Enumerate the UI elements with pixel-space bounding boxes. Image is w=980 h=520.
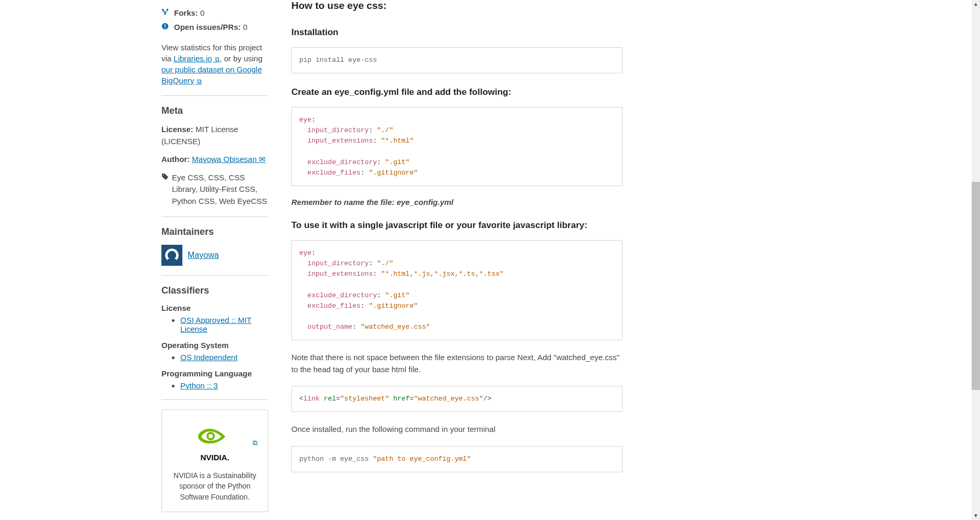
libraries-link[interactable]: Libraries.io ⧉ — [173, 54, 220, 63]
remember-note: Remember to name the file: eye_config.ym… — [291, 198, 623, 207]
forks-value: 0 — [200, 8, 204, 17]
meta-heading: Meta — [161, 105, 268, 116]
divider — [161, 275, 268, 276]
sponsor-box[interactable]: NVIDIA. ⧉ NVIDIA is a Sustainability spo… — [161, 409, 268, 512]
meta-author: Author: Mayowa Obisesan ✉ — [161, 154, 268, 166]
svg-rect-2 — [165, 27, 166, 28]
classifier-lang-link[interactable]: Python :: 3 — [180, 381, 218, 390]
classifiers-heading: Classifiers — [161, 285, 268, 296]
meta-tags: Eye CSS, CSS, CSS Library, Utility-First… — [161, 172, 268, 208]
scroll-up-icon[interactable]: ▲ — [972, 0, 980, 8]
maintainer-row[interactable]: Mayowa — [161, 245, 268, 266]
divider — [161, 399, 268, 400]
stat-forks[interactable]: Forks: 0 — [161, 8, 268, 17]
svg-point-4 — [168, 251, 176, 259]
divider — [161, 216, 268, 217]
external-icon: ⧉ — [195, 78, 202, 85]
classifier-os-link[interactable]: OS Independent — [180, 353, 237, 362]
bigquery-link[interactable]: our public dataset on Google BigQuery ⧉ — [161, 65, 262, 85]
classifier-license-link[interactable]: OSI Approved :: MIT License — [180, 316, 252, 333]
scrollbar-thumb[interactable] — [972, 182, 980, 390]
maintainers-heading: Maintainers — [161, 226, 268, 237]
stats-intro: View statistics for this project via Lib… — [161, 42, 268, 86]
code-python-cmd[interactable]: python -m eye_css "path to eye_config.ym… — [291, 446, 623, 472]
note-paragraph: Note that there is not space between the… — [291, 352, 623, 375]
once-installed: Once installed, run the following comman… — [291, 424, 623, 436]
classifier-license-label: License — [161, 304, 268, 312]
divider — [161, 95, 268, 96]
code-pip-install[interactable]: pip install eye-css — [291, 47, 623, 73]
mail-icon: ✉ — [259, 155, 266, 164]
code-yaml-2[interactable]: eye: input_directory: "./" input_extensi… — [291, 240, 623, 340]
author-link[interactable]: Mayowa Obisesan ✉ — [192, 155, 266, 164]
external-icon: ⧉ — [213, 56, 220, 63]
stat-issues[interactable]: Open issues/PRs: 0 — [161, 23, 268, 31]
create-config-heading: Create an eye_config.yml file and add th… — [291, 87, 623, 98]
fork-icon — [161, 8, 170, 17]
svg-point-6 — [208, 433, 214, 439]
list-item: OS Independent — [180, 353, 268, 362]
svg-rect-1 — [165, 25, 166, 27]
sponsor-text: NVIDIA is a Sustainability sponsor of th… — [171, 470, 258, 502]
sponsor-brand: NVIDIA. — [171, 453, 258, 462]
page-title: How to use eye css: — [291, 0, 623, 12]
issues-label: Open issues/PRs: — [174, 23, 241, 31]
forks-label: Forks: — [174, 8, 198, 17]
external-icon: ⧉ — [253, 439, 257, 447]
svg-rect-5 — [168, 259, 176, 262]
scrollbar[interactable]: ▲ ▼ — [972, 0, 980, 512]
list-item: Python :: 3 — [180, 381, 268, 390]
classifier-os-label: Operating System — [161, 341, 268, 350]
scroll-down-icon[interactable]: ▼ — [972, 512, 980, 512]
js-heading: To use it with a single javascript file … — [291, 220, 623, 231]
code-yaml-1[interactable]: eye: input_directory: "./" input_extensi… — [291, 107, 623, 186]
issues-value: 0 — [243, 23, 247, 31]
classifier-lang-label: Programming Language — [161, 369, 268, 378]
installation-heading: Installation — [291, 27, 623, 38]
sponsor-logo: NVIDIA. ⧉ — [171, 424, 258, 462]
meta-license: License: MIT License (LICENSE) — [161, 124, 268, 147]
code-link-tag[interactable]: <link rel="stylesheet" href="watched_eye… — [291, 386, 623, 412]
tag-icon — [161, 172, 169, 184]
avatar — [161, 245, 182, 266]
maintainer-link[interactable]: Mayowa — [188, 251, 219, 260]
list-item: OSI Approved :: MIT License — [180, 316, 268, 333]
issue-icon — [161, 23, 170, 31]
